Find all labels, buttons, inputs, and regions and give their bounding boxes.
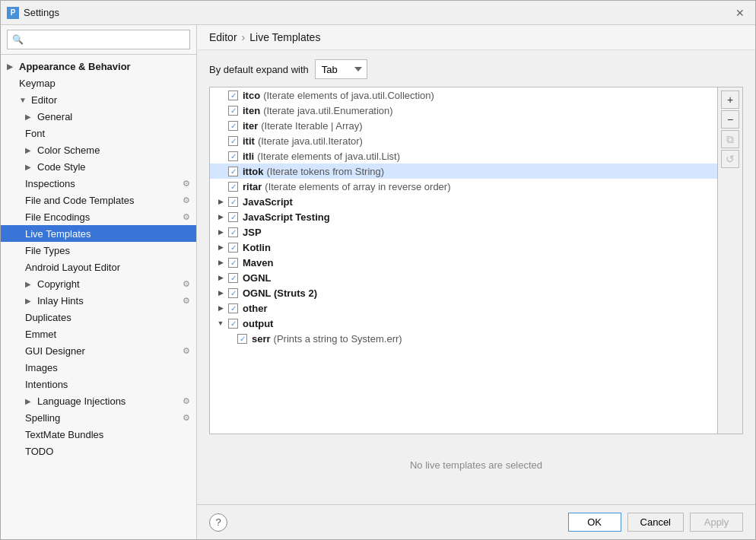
sidebar-item-file-code-templates[interactable]: File and Code Templates ⚙	[1, 192, 196, 208]
ok-button[interactable]: OK	[568, 513, 621, 532]
template-desc: (Iterate java.util.Enumeration)	[263, 105, 393, 116]
sidebar-item-file-encodings[interactable]: File Encodings ⚙	[1, 208, 196, 225]
list-item[interactable]: itli (Iterate elements of java.util.List…	[210, 148, 717, 164]
list-item[interactable]: itit (Iterate java.util.Iterator)	[210, 133, 717, 148]
sidebar-item-todo[interactable]: TODO	[1, 443, 196, 459]
list-item[interactable]: ritar (Iterate elements of array in reve…	[210, 179, 717, 194]
sidebar-item-label: Keymap	[19, 78, 56, 89]
template-name: itit	[243, 135, 255, 147]
list-item[interactable]: ▶ JSP	[210, 224, 717, 240]
template-checkbox[interactable]	[228, 212, 238, 222]
template-checkbox[interactable]	[228, 91, 238, 100]
sidebar-item-inlay-hints[interactable]: ▶ Inlay Hints ⚙	[1, 292, 196, 309]
template-checkbox[interactable]	[228, 258, 238, 268]
template-checkbox[interactable]	[228, 151, 238, 161]
list-item[interactable]: ittok (Iterate tokens from String)	[210, 164, 717, 179]
template-checkbox[interactable]	[228, 288, 238, 298]
add-template-button[interactable]: +	[721, 91, 739, 109]
sidebar-item-textmate[interactable]: TextMate Bundles	[1, 426, 196, 443]
cancel-button[interactable]: Cancel	[627, 513, 684, 532]
sidebar-item-copyright[interactable]: ▶ Copyright ⚙	[1, 275, 196, 292]
template-name: JSP	[243, 227, 262, 238]
settings-icon: ⚙	[183, 279, 190, 289]
sidebar-item-live-templates[interactable]: Live Templates	[1, 225, 196, 242]
sidebar-item-appearance[interactable]: ▶ Appearance & Behavior	[1, 58, 196, 75]
close-button[interactable]: ✕	[731, 4, 749, 22]
list-item[interactable]: ▼ output	[210, 316, 717, 331]
expand-arrow: ▶	[25, 296, 34, 305]
list-item[interactable]: ▶ Kotlin	[210, 240, 717, 255]
list-item[interactable]: ▶ OGNL	[210, 270, 717, 285]
expand-tri: ▶	[216, 303, 225, 313]
template-name: Kotlin	[243, 242, 271, 253]
sidebar-item-duplicates[interactable]: Duplicates	[1, 309, 196, 326]
template-checkbox[interactable]	[228, 319, 238, 329]
list-item[interactable]: itco (Iterate elements of java.util.Coll…	[210, 87, 717, 103]
expand-arrow: ▶	[25, 162, 34, 171]
dialog-buttons: OK Cancel Apply	[568, 513, 743, 532]
template-checkbox[interactable]	[228, 273, 238, 283]
copy-template-button[interactable]: ⧉	[721, 130, 739, 148]
sidebar-item-color-scheme[interactable]: ▶ Color Scheme	[1, 141, 196, 158]
sidebar-item-gui-designer[interactable]: GUI Designer ⚙	[1, 342, 196, 359]
template-checkbox[interactable]	[228, 197, 238, 207]
list-item[interactable]: ▶ Maven	[210, 255, 717, 270]
template-name: OGNL	[243, 272, 272, 284]
sidebar-item-editor[interactable]: ▼ Editor	[1, 91, 196, 108]
sidebar-item-code-style[interactable]: ▶ Code Style	[1, 158, 196, 175]
expand-tri: ▶	[216, 243, 225, 252]
sidebar-item-label: Inspections	[25, 178, 75, 189]
list-item[interactable]: iten (Iterate java.util.Enumeration)	[210, 103, 717, 118]
sidebar-item-inspections[interactable]: Inspections ⚙	[1, 175, 196, 192]
sidebar-item-images[interactable]: Images	[1, 359, 196, 376]
list-item[interactable]: ▶ OGNL (Struts 2)	[210, 285, 717, 300]
sidebar-item-spelling[interactable]: Spelling ⚙	[1, 409, 196, 426]
sidebar-item-label: General	[37, 111, 72, 122]
sidebar-item-file-types[interactable]: File Types	[1, 242, 196, 259]
sidebar-item-label: Duplicates	[25, 312, 71, 323]
template-checkbox[interactable]	[237, 334, 247, 344]
template-checkbox[interactable]	[228, 136, 238, 146]
template-desc: (Iterate elements of java.util.List)	[257, 151, 400, 162]
sidebar-item-emmet[interactable]: Emmet	[1, 326, 196, 342]
sidebar-item-language-injections[interactable]: ▶ Language Injections ⚙	[1, 392, 196, 409]
list-item[interactable]: ▶ JavaScript Testing	[210, 209, 717, 224]
main-panel: Editor › Live Templates By default expan…	[197, 25, 755, 539]
template-checkbox[interactable]	[228, 182, 238, 192]
template-checkbox[interactable]	[228, 243, 238, 253]
list-item[interactable]: iter (Iterate Iterable | Array)	[210, 118, 717, 133]
template-desc: (Prints a string to System.err)	[274, 333, 402, 345]
template-checkbox[interactable]	[228, 303, 238, 313]
expand-select[interactable]: Tab Enter Space	[315, 59, 367, 79]
template-checkbox[interactable]	[228, 106, 238, 116]
template-name: itli	[243, 151, 254, 162]
search-box	[1, 25, 196, 55]
template-list: itco (Iterate elements of java.util.Coll…	[209, 87, 718, 434]
expand-tri: ▶	[216, 288, 225, 297]
template-desc: (Iterate elements of array in reverse or…	[265, 181, 450, 192]
sidebar-item-keymap[interactable]: Keymap	[1, 75, 196, 91]
remove-template-button[interactable]: −	[721, 110, 739, 129]
template-checkbox[interactable]	[228, 227, 238, 237]
list-item[interactable]: ▶ other	[210, 300, 717, 316]
sidebar-item-intentions[interactable]: Intentions	[1, 376, 196, 392]
sidebar-item-label: Code Style	[37, 161, 86, 173]
list-item[interactable]: serr (Prints a string to System.err)	[210, 331, 717, 346]
expand-tri: ▶	[216, 273, 225, 282]
template-checkbox[interactable]	[228, 121, 238, 131]
apply-button[interactable]: Apply	[690, 513, 743, 532]
template-checkbox[interactable]	[228, 167, 238, 176]
search-input[interactable]	[7, 30, 190, 49]
sidebar-item-label: Font	[25, 128, 45, 139]
expand-label: By default expand with	[209, 64, 309, 75]
template-name: ritar	[243, 181, 262, 192]
sidebar-item-android-layout[interactable]: Android Layout Editor	[1, 259, 196, 275]
help-button[interactable]: ?	[209, 513, 227, 532]
sidebar-item-label: Inlay Hints	[37, 295, 84, 307]
bottom-bar: ? OK Cancel Apply	[197, 504, 755, 539]
sidebar-item-font[interactable]: Font	[1, 125, 196, 141]
restore-template-button[interactable]: ↺	[721, 150, 739, 168]
nav-tree: ▶ Appearance & Behavior Keymap ▼ Editor …	[1, 55, 196, 539]
sidebar-item-general[interactable]: ▶ General	[1, 108, 196, 125]
list-item[interactable]: ▶ JavaScript	[210, 194, 717, 209]
